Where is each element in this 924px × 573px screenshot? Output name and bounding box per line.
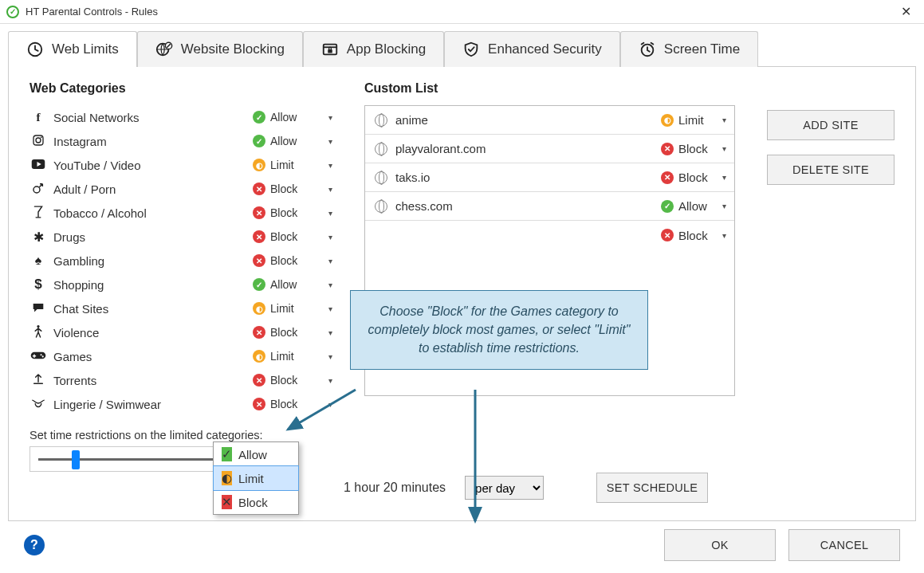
category-label: YouTube / Video <box>47 159 253 172</box>
chat-icon <box>29 302 47 316</box>
state-label: Block <box>678 229 708 242</box>
allow-icon: ✓ <box>253 278 265 291</box>
allow-icon: ✓ <box>222 447 232 461</box>
category-state-dropdown[interactable]: ✕Block▾ <box>253 230 332 243</box>
tab-app-blocking[interactable]: App Blocking <box>303 31 444 67</box>
category-label: Gambling <box>47 254 253 268</box>
state-label: Block <box>270 206 297 219</box>
custom-list-row[interactable]: taks.io✕Block▾ <box>365 163 734 192</box>
dropdown-item-label: Allow <box>238 448 267 461</box>
dropdown-item-block[interactable]: ✕Block <box>214 490 298 514</box>
block-icon: ✕ <box>253 374 265 387</box>
slider-thumb[interactable] <box>72 450 80 469</box>
site-state-dropdown[interactable]: ✓Allow▾ <box>661 199 726 213</box>
clock-icon <box>26 41 44 58</box>
tab-website-blocking[interactable]: Website Blocking <box>137 31 303 67</box>
callout-arrow-down <box>455 390 503 529</box>
category-state-dropdown[interactable]: ◐Limit▾ <box>253 350 332 363</box>
category-label: Shopping <box>47 278 253 292</box>
dropdown-item-label: Limit <box>238 472 264 485</box>
ok-button[interactable]: OK <box>664 529 776 561</box>
chevron-down-icon: ▾ <box>722 116 726 124</box>
limit-icon: ◐ <box>253 350 265 363</box>
custom-list-row[interactable]: ✕Block▾ <box>365 221 734 249</box>
category-label: Drugs <box>47 230 253 244</box>
chevron-down-icon: ▾ <box>328 328 332 337</box>
window-title: HT Parental Controls - Rules <box>26 6 894 18</box>
category-label: Games <box>47 350 253 363</box>
state-dropdown[interactable]: ✓Allow◐Limit✕Block <box>213 442 299 515</box>
category-state-dropdown[interactable]: ◐Limit▾ <box>253 302 332 315</box>
category-state-dropdown[interactable]: ◐Limit▾ <box>253 159 332 171</box>
chevron-down-icon: ▾ <box>722 231 726 240</box>
allow-icon: ✓ <box>661 200 674 213</box>
tab-label: App Blocking <box>347 41 426 57</box>
site-state-dropdown[interactable]: ✕Block▾ <box>661 229 726 242</box>
globe-icon <box>375 200 387 213</box>
category-state-dropdown[interactable]: ✕Block▾ <box>253 182 332 195</box>
delete-site-button[interactable]: DELETE SITE <box>767 155 895 185</box>
category-row: YouTube / Video◐Limit▾ <box>29 153 332 177</box>
gambling-icon: ♠ <box>29 253 47 268</box>
app-icon: ✓ <box>6 6 19 18</box>
adult-icon <box>29 182 47 197</box>
svg-point-16 <box>42 355 44 357</box>
category-label: Social Networks <box>47 111 253 124</box>
chevron-down-icon: ▾ <box>328 113 332 122</box>
site-name: taks.io <box>395 171 661 184</box>
chevron-down-icon: ▾ <box>328 137 332 146</box>
globe-icon <box>375 114 387 127</box>
cancel-button[interactable]: CANCEL <box>788 529 900 561</box>
tab-web-limits[interactable]: Web Limits <box>8 31 137 67</box>
state-label: Block <box>270 326 297 339</box>
globe-block-icon <box>155 41 173 58</box>
tab-enhanced-security[interactable]: Enhanced Security <box>444 31 620 67</box>
state-label: Block <box>678 142 708 155</box>
globe-icon <box>375 143 387 155</box>
state-label: Limit <box>270 302 294 315</box>
chevron-down-icon: ▾ <box>328 257 332 265</box>
lingerie-icon <box>29 398 47 411</box>
chevron-down-icon: ▾ <box>328 304 332 313</box>
category-state-dropdown[interactable]: ✓Allow▾ <box>253 111 332 124</box>
add-site-button[interactable]: ADD SITE <box>767 110 895 140</box>
set-schedule-button[interactable]: SET SCHEDULE <box>596 473 708 503</box>
state-label: Allow <box>678 199 707 213</box>
tab-label: Website Blocking <box>181 41 285 57</box>
chevron-down-icon: ▾ <box>328 281 332 289</box>
state-label: Limit <box>270 159 294 171</box>
category-state-dropdown[interactable]: ✕Block▾ <box>253 254 332 267</box>
tab-screen-time[interactable]: Screen Time <box>620 31 758 67</box>
category-state-dropdown[interactable]: ✓Allow▾ <box>253 135 332 147</box>
site-state-dropdown[interactable]: ◐Limit▾ <box>661 113 726 127</box>
svg-point-8 <box>41 136 42 138</box>
block-icon: ✕ <box>253 182 265 195</box>
category-row: ♠Gambling✕Block▾ <box>29 249 332 273</box>
dropdown-item-allow[interactable]: ✓Allow <box>214 442 298 466</box>
site-state-dropdown[interactable]: ✕Block▾ <box>661 142 726 155</box>
state-label: Allow <box>270 135 297 147</box>
close-button[interactable]: ✕ <box>894 4 918 19</box>
custom-list-row[interactable]: playvalorant.com✕Block▾ <box>365 135 734 163</box>
state-label: Block <box>270 374 297 387</box>
site-state-dropdown[interactable]: ✕Block▾ <box>661 171 726 184</box>
shopping-icon: $ <box>29 277 47 292</box>
category-state-dropdown[interactable]: ✕Block▾ <box>253 374 332 387</box>
state-label: Allow <box>270 278 297 291</box>
chevron-down-icon: ▾ <box>328 352 332 361</box>
window-lock-icon <box>321 41 339 58</box>
chevron-down-icon: ▾ <box>722 202 726 210</box>
chevron-down-icon: ▾ <box>722 144 726 153</box>
site-name: anime <box>395 113 661 127</box>
tabs: Web Limits Website Blocking App Blocking… <box>8 30 916 67</box>
state-label: Limit <box>270 350 294 363</box>
custom-list-row[interactable]: anime◐Limit▾ <box>365 106 734 135</box>
category-state-dropdown[interactable]: ✕Block▾ <box>253 206 332 219</box>
category-state-dropdown[interactable]: ✕Block▾ <box>253 326 332 339</box>
dropdown-item-limit[interactable]: ◐Limit <box>213 465 299 491</box>
help-button[interactable]: ? <box>24 535 45 555</box>
allow-icon: ✓ <box>253 135 265 147</box>
tab-label: Web Limits <box>52 41 119 57</box>
custom-list-row[interactable]: chess.com✓Allow▾ <box>365 192 734 221</box>
category-state-dropdown[interactable]: ✓Allow▾ <box>253 278 332 291</box>
